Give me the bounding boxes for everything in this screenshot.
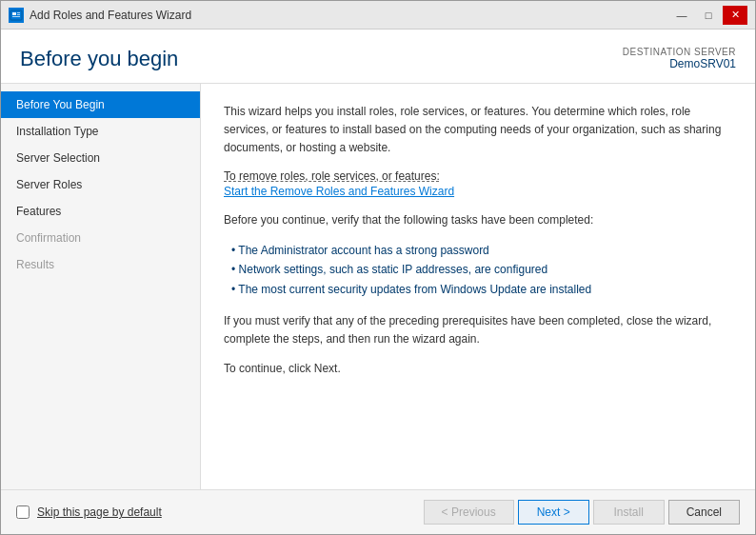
sidebar-item-confirmation: Confirmation bbox=[1, 225, 200, 251]
intro-text: This wizard helps you install roles, rol… bbox=[224, 103, 732, 158]
remove-section: To remove roles, role services, or featu… bbox=[224, 169, 732, 198]
destination-server-info: DESTINATION SERVER DemoSRV01 bbox=[623, 47, 736, 70]
skip-label[interactable]: Skip this page by default bbox=[37, 505, 162, 519]
window-icon bbox=[9, 8, 24, 23]
sidebar-item-installation-type[interactable]: Installation Type bbox=[1, 118, 200, 145]
destination-server-label: DESTINATION SERVER bbox=[623, 47, 736, 57]
bullet-item: The most current security updates from W… bbox=[231, 280, 732, 299]
remove-label: To remove roles, role services, or featu… bbox=[224, 169, 732, 183]
install-button[interactable]: Install bbox=[593, 500, 665, 525]
prereq-note: If you must verify that any of the prece… bbox=[224, 312, 732, 348]
page-title: Before you begin bbox=[20, 47, 178, 71]
continue-note: To continue, click Next. bbox=[224, 360, 732, 378]
sidebar-item-before-you-begin[interactable]: Before You Begin bbox=[1, 91, 200, 118]
svg-rect-3 bbox=[17, 14, 20, 15]
svg-rect-2 bbox=[17, 12, 20, 13]
sidebar-item-server-roles[interactable]: Server Roles bbox=[1, 171, 200, 198]
next-button[interactable]: Next > bbox=[518, 500, 589, 525]
tasks-header: Before you continue, verify that the fol… bbox=[224, 211, 732, 229]
bullet-item: Network settings, such as static IP addr… bbox=[231, 260, 732, 279]
sidebar-item-results: Results bbox=[1, 251, 200, 278]
main-panel: This wizard helps you install roles, rol… bbox=[201, 84, 755, 489]
remove-features-link[interactable]: Start the Remove Roles and Features Wiza… bbox=[224, 185, 732, 198]
window-controls: — □ ✕ bbox=[669, 6, 747, 25]
wizard-header: Before you begin DESTINATION SERVER Demo… bbox=[1, 30, 755, 84]
skip-checkbox[interactable] bbox=[16, 505, 30, 519]
wizard-window: Add Roles and Features Wizard — □ ✕ Befo… bbox=[0, 0, 756, 535]
minimize-button[interactable]: — bbox=[669, 6, 694, 25]
bullet-item: The Administrator account has a strong p… bbox=[231, 241, 732, 260]
skip-area: Skip this page by default bbox=[16, 505, 424, 519]
close-button[interactable]: ✕ bbox=[723, 6, 747, 25]
sidebar-item-server-selection[interactable]: Server Selection bbox=[1, 145, 200, 171]
previous-button[interactable]: < Previous bbox=[424, 500, 514, 525]
title-bar: Add Roles and Features Wizard — □ ✕ bbox=[1, 1, 755, 30]
maximize-button[interactable]: □ bbox=[696, 6, 721, 25]
cancel-button[interactable]: Cancel bbox=[668, 500, 740, 525]
footer-buttons: < Previous Next > Install Cancel bbox=[424, 500, 740, 525]
svg-rect-4 bbox=[12, 16, 20, 17]
window-title: Add Roles and Features Wizard bbox=[30, 9, 669, 22]
sidebar-item-features[interactable]: Features bbox=[1, 198, 200, 225]
sidebar: Before You BeginInstallation TypeServer … bbox=[1, 84, 201, 489]
bullet-list: The Administrator account has a strong p… bbox=[231, 241, 732, 299]
wizard-footer: Skip this page by default < Previous Nex… bbox=[1, 489, 755, 534]
wizard-content: Before You BeginInstallation TypeServer … bbox=[1, 84, 755, 489]
destination-server-name: DemoSRV01 bbox=[623, 57, 736, 70]
svg-rect-1 bbox=[12, 12, 16, 15]
